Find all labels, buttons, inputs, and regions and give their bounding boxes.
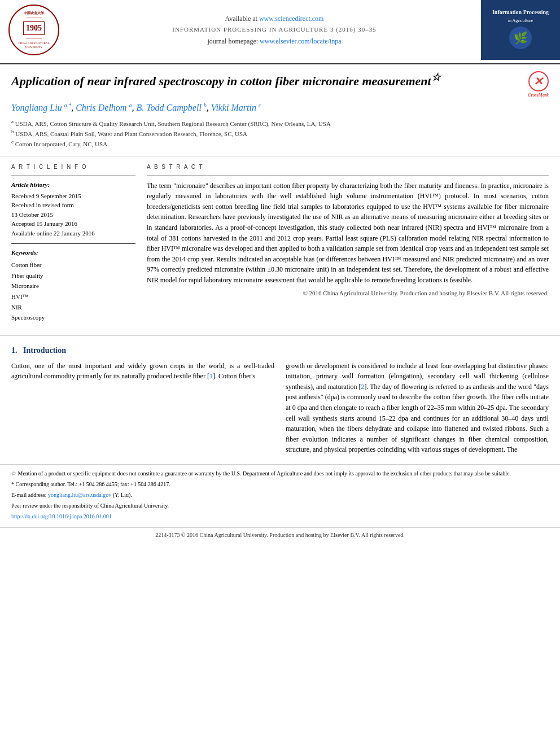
brand-title: Information Processing — [492, 8, 549, 16]
ref-2-link[interactable]: 2 — [361, 383, 364, 391]
main-content: 1. Introduction Cotton, one of the most … — [0, 336, 560, 464]
logo-border-bottom: ──────── — [26, 37, 42, 41]
star-footnote-text: ☆ Mention of a product or specific equip… — [11, 470, 511, 477]
logo-chinese-text: 中国农业大学 — [24, 11, 44, 15]
keyword-2: Fiber quality — [11, 270, 135, 281]
elsevier-link[interactable]: www.elsevier.com/locate/inpa — [260, 37, 342, 45]
history-item-1: Received 9 September 2015 — [11, 191, 135, 201]
author-todd: B. Todd Campbell — [136, 103, 201, 113]
keyword-5: NIR — [11, 302, 135, 313]
email-label: E-mail address: — [11, 492, 46, 498]
keyword-4: HVI™ — [11, 291, 135, 302]
keywords-group: Keywords: Cotton fiber Fiber quality Mic… — [11, 248, 135, 323]
crossmark-icon: ✕ — [528, 71, 549, 91]
university-logo: 中国农业大学 ──────── 1905 ──────── CHINA AGRI… — [0, 0, 68, 60]
keyword-1: Cotton fiber — [11, 260, 135, 270]
keyword-6: Spectroscopy — [11, 312, 135, 323]
logo-year: 1905 — [23, 21, 45, 35]
brand-sub: in Agriculture — [492, 18, 549, 24]
divider-1 — [11, 176, 135, 176]
article-history-group: Article history: Received 9 September 20… — [11, 181, 135, 238]
history-item-5: Available online 22 January 2016 — [11, 229, 135, 238]
history-item-4: Accepted 15 January 2016 — [11, 219, 135, 229]
homepage-line: journal homepage: www.elsevier.com/locat… — [207, 37, 341, 46]
corresponding-footnote: * Corresponding author. Tel.: +1 504 286… — [11, 480, 549, 488]
crossmark-badge[interactable]: ✕ CrossMark — [528, 71, 549, 98]
available-text: Available at — [225, 15, 257, 23]
keywords-title: Keywords: — [11, 248, 135, 257]
author-chris: Chris Delhom — [76, 103, 126, 113]
journal-brand-box: Information Processing in Agriculture 🌿 — [481, 0, 560, 60]
article-info-col: A R T I C L E I N F O Article history: R… — [11, 163, 135, 329]
star-footnote: ☆ Mention of a product or specific equip… — [11, 469, 549, 478]
page-header: 中国农业大学 ──────── 1905 ──────── CHINA AGRI… — [0, 0, 560, 64]
doi-footnote: http://dx.doi.org/10.1016/j.inpa.2016.01… — [11, 512, 549, 521]
article-title-section: Application of near infrared spectroscop… — [0, 64, 560, 156]
intro-title: Introduction — [23, 346, 66, 355]
intro-right-text: growth or development is considered to i… — [286, 361, 549, 455]
authors-line: Yongliang Liu a,*, Chris Delhom a, B. To… — [11, 102, 549, 115]
history-title: Article history: — [11, 181, 135, 189]
peer-review-footnote: Peer review under the responsibility of … — [11, 501, 549, 510]
ref-1-link[interactable]: 1 — [209, 372, 213, 380]
author-sup-b: b — [204, 102, 207, 108]
author-sup-a1: a,* — [64, 102, 72, 108]
homepage-text: journal homepage: — [207, 37, 258, 45]
intro-body-cols: Cotton, one of the most important and wi… — [11, 361, 549, 455]
abstract-text: The term "micronaire" describes an impor… — [147, 181, 549, 286]
journal-name: INFORMATION PROCESSING IN AGRICULTURE 3 … — [172, 25, 376, 34]
article-title-row: Application of near infrared spectroscop… — [11, 71, 549, 98]
email-footnote: E-mail address: yongliang.liu@ars.usda.g… — [11, 491, 549, 499]
brand-icon: 🌿 — [509, 27, 532, 49]
history-item-2: Received in revised form — [11, 200, 135, 210]
intro-left-col: Cotton, one of the most important and wi… — [11, 361, 274, 455]
abstract-col: A B S T R A C T The term "micronaire" de… — [147, 163, 549, 329]
bottom-copyright-bar: 2214-3173 © 2016 China Agricultural Univ… — [0, 527, 560, 543]
intro-section-header: 1. Introduction — [11, 345, 549, 356]
author-sup-a2: a — [129, 102, 132, 108]
sciencedirect-link[interactable]: www.sciencedirect.com — [259, 15, 324, 23]
author-yongliang: Yongliang Liu — [11, 103, 62, 113]
affiliation-c: c Cotton Incorporated, Cary, NC, USA — [11, 138, 549, 148]
article-title: Application of near infrared spectroscop… — [11, 71, 522, 90]
intro-number: 1. — [11, 346, 18, 355]
peer-review-text: Peer review under the responsibility of … — [11, 503, 169, 509]
crossmark-label: CrossMark — [528, 93, 549, 98]
article-info-abstract-section: A R T I C L E I N F O Article history: R… — [0, 156, 560, 336]
keyword-3: Micronaire — [11, 281, 135, 291]
divider-2 — [11, 243, 135, 244]
abstract-copyright: © 2016 China Agricultural University. Pr… — [147, 289, 549, 298]
article-star-sup: ☆ — [431, 72, 440, 83]
article-info-label: A R T I C L E I N F O — [11, 163, 135, 171]
header-center: Available at www.sciencedirect.com INFOR… — [68, 0, 481, 60]
intro-left-text: Cotton, one of the most important and wi… — [11, 361, 274, 382]
article-title-text: Application of near infrared spectroscop… — [11, 74, 431, 88]
corresponding-text: * Corresponding author. Tel.: +1 504 286… — [11, 481, 170, 487]
affiliations: a USDA, ARS, Cotton Structure & Quality … — [11, 118, 549, 148]
abstract-label: A B S T R A C T — [147, 163, 549, 171]
email-suffix: (Y. Liu). — [113, 492, 132, 498]
author-sup-c: c — [259, 102, 261, 108]
author-vikki: Vikki Martin — [211, 103, 256, 113]
logo-english-text: CHINA AGRICULTURAL UNIVERSITY — [10, 41, 58, 49]
logo-border-top: ──────── — [26, 16, 42, 20]
intro-right-col: growth or development is considered to i… — [286, 361, 549, 455]
footnotes-section: ☆ Mention of a product or specific equip… — [0, 464, 560, 527]
email-link[interactable]: yongliang.liu@ars.usda.gov — [48, 492, 111, 498]
history-item-3: 13 October 2015 — [11, 210, 135, 220]
doi-link[interactable]: http://dx.doi.org/10.1016/j.inpa.2016.01… — [11, 513, 112, 519]
affiliation-b: b USDA, ARS, Coastal Plain Soil, Water a… — [11, 128, 549, 138]
available-line: Available at www.sciencedirect.com — [225, 14, 324, 24]
abstract-divider — [147, 176, 549, 176]
bottom-copyright-text: 2214-3173 © 2016 China Agricultural Univ… — [155, 532, 405, 538]
affiliation-a: a USDA, ARS, Cotton Structure & Quality … — [11, 118, 549, 128]
